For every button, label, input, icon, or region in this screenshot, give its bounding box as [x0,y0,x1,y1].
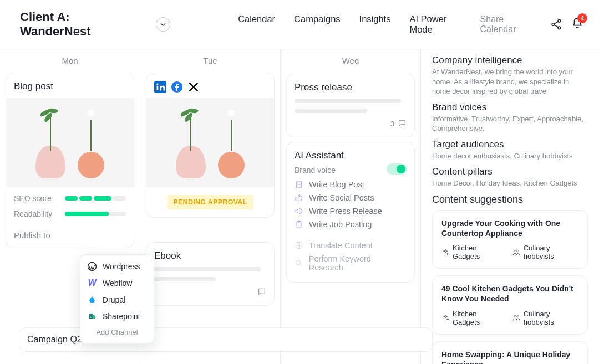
header: Client A: WanderNest Calendar Campaigns … [0,0,599,49]
option-label: Sharepoint [103,312,140,321]
main-nav: Calendar Campaigns Insights AI Power Mod… [238,14,470,35]
ai-item-label: Write Press Release [309,207,382,216]
share-icon[interactable] [550,18,562,30]
suggestion-card[interactable]: Upgrade Your Cooking with One Countertop… [432,210,588,269]
pillar-tag: Kitchen Gadgets [441,310,502,326]
client-title: Client A: WanderNest [20,10,143,39]
notification-badge: 4 [577,13,587,23]
nav-calendar[interactable]: Calendar [238,14,275,35]
nav-ai-power[interactable]: AI Power Mode [409,14,470,35]
ai-item-label: Write Blog Post [309,180,364,189]
ai-item-label: Write Job Posting [309,220,372,229]
content-pillars-text: Home Decor, Holiday Ideas, Kitchen Gadge… [432,178,588,188]
ebook-card[interactable]: Ebook [146,242,275,306]
option-label: Webflow [103,279,132,288]
ai-write-job[interactable]: Write Job Posting [295,220,407,229]
skeleton-line [154,267,261,271]
sparkle-icon [441,248,449,257]
svg-rect-14 [297,222,301,228]
option-label: Drupal [103,295,125,304]
chevron-down-icon [160,21,166,28]
publish-option-sharepoint[interactable]: S Sharepoint [80,308,154,325]
publish-dropdown: Wordpress W Webflow Drupal S Sharepoint … [80,254,154,344]
skeleton-line [154,277,216,281]
svg-point-20 [514,315,516,317]
notifications-button[interactable]: 4 [571,17,583,32]
target-audiences-heading: Target audiences [432,139,588,150]
pillar-tag: Kitchen Gadgets [441,244,502,260]
content-suggestions-heading: Content suggestions [432,194,588,206]
doc-icon [295,180,303,189]
linkedin-icon [154,81,166,93]
add-channel-link[interactable]: Add Channel [80,325,154,340]
ai-assistant-card: AI Assistant Brand voice Write Blog Post… [286,142,415,283]
ai-item-label: Translate Content [309,241,373,250]
card-title: Ebook [154,250,266,262]
social-post-card[interactable]: PENDING APPROVAL [146,73,275,218]
target-audiences-text: Home decor enthusiasts, Culinary hobbyis… [432,151,588,161]
ai-write-press[interactable]: Write Press Release [295,207,407,216]
svg-point-18 [514,250,516,252]
publish-option-wordpress[interactable]: Wordpress [80,258,154,275]
suggestion-card[interactable]: Home Swapping: A Unique Holiday Experien… [432,341,588,364]
ai-item-label: Write Social Posts [309,193,374,202]
nav-insights[interactable]: Insights [359,14,391,35]
seo-label: SEO score [14,194,60,203]
nav-campaigns[interactable]: Campaigns [294,14,340,35]
x-icon [187,81,200,93]
ai-translate[interactable]: Translate Content [295,241,407,250]
users-icon [512,314,520,322]
clipboard-icon [295,220,303,229]
company-intelligence-text: At WanderNest, we bring the world into y… [432,67,588,96]
brand-voices-text: Informative, Trustworthy, Expert, Approa… [432,114,588,134]
press-release-card[interactable]: Press release 3 [286,74,415,137]
campaign-label: Campaign Q2 [27,335,82,345]
day-header-tue: Tue [140,52,280,69]
content-pillars-heading: Content pillars [432,166,588,177]
svg-point-1 [552,23,555,26]
ai-write-social[interactable]: Write Social Posts [295,193,407,202]
column-mon: Mon Blog post SEO score Readability Publ… [0,49,140,364]
sparkle-icon [441,314,449,322]
svg-rect-9 [157,86,159,90]
users-icon [512,248,520,257]
blog-post-card[interactable]: Blog post SEO score Readability Publish … [6,73,134,248]
audience-tag: Culinary hobbyists [512,310,578,326]
comment-count[interactable]: 3 [295,119,407,129]
column-tue: Tue PENDING APPROVAL Ebook [140,49,281,364]
readability-label: Readability [14,209,60,218]
card-title: Press release [295,82,407,93]
company-intelligence-heading: Company intelligence [432,55,588,66]
svg-point-0 [558,19,561,22]
suggestion-title: Upgrade Your Cooking with One Countertop… [441,218,578,238]
ai-write-blog[interactable]: Write Blog Post [295,180,407,189]
globe-icon [295,241,303,250]
publish-option-webflow[interactable]: W Webflow [80,275,154,291]
comment-icon[interactable] [257,287,266,298]
brand-voice-toggle[interactable] [387,163,407,175]
ai-assistant-title: AI Assistant [295,150,344,161]
client-switcher[interactable] [156,17,170,32]
thumbnail-image [146,98,274,187]
ai-item-label: Perform Keyword Research [309,254,407,272]
svg-point-21 [516,315,519,317]
comment-number: 3 [390,120,394,128]
svg-point-17 [296,260,301,265]
comment-icon [398,119,407,129]
megaphone-icon [295,207,303,216]
svg-point-10 [156,83,158,85]
suggestion-title: Home Swapping: A Unique Holiday Experien… [441,350,578,364]
suggestion-card[interactable]: 49 Cool Kitchen Gadgets You Didn't Know … [432,275,588,334]
ai-keyword[interactable]: Perform Keyword Research [295,254,407,272]
share-calendar-link[interactable]: Share Calendar [480,14,542,34]
brand-voices-heading: Brand voices [432,102,588,113]
svg-point-19 [516,250,519,252]
svg-text:S: S [90,316,92,319]
day-header-wed: Wed [281,52,420,69]
publish-option-drupal[interactable]: Drupal [80,291,154,308]
readability-row: Readability [14,209,126,218]
search-icon [295,259,303,268]
wordpress-icon [87,262,97,271]
drupal-icon [87,295,97,305]
day-header-mon: Mon [0,52,140,69]
